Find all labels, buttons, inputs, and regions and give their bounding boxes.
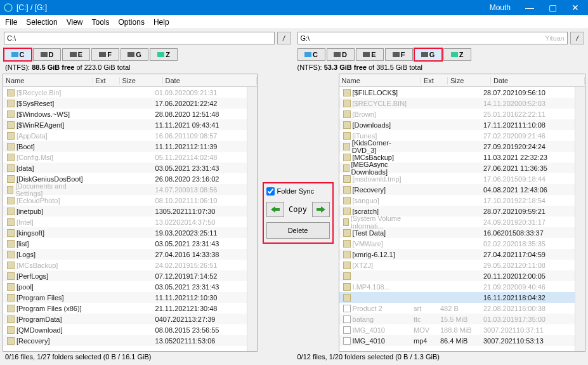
list-row[interactable]: [VMWare]02.02.202018:35:35 xyxy=(339,238,575,249)
right-drive-c[interactable]: C xyxy=(297,48,325,61)
list-row[interactable]: [Brown]25.01.201622:22:11 xyxy=(339,109,575,119)
right-file-list[interactable]: [$FILELOCK$]28.07.202109:56:10[$RECYCLE.… xyxy=(339,87,575,351)
folder-sync-checkbox[interactable]: Folder Sync xyxy=(266,187,330,196)
list-row[interactable]: [QMDownload]08.08.2015 23:56:55 xyxy=(3,324,247,335)
left-path-input[interactable]: C:\ xyxy=(4,32,275,44)
left-drive-z[interactable]: Z xyxy=(150,48,178,61)
right-drive-f[interactable]: F xyxy=(385,48,413,61)
left-drive-g[interactable]: G xyxy=(121,48,148,61)
list-row[interactable]: [Recovery]04.08.2021 12:43:06 xyxy=(339,184,575,195)
list-row[interactable]: [inetpub]1305.202111:07:30 xyxy=(3,206,247,216)
list-row[interactable]: [PerfLogs]07.12.201917:14:52 xyxy=(3,270,247,281)
list-row[interactable]: [EcloudPhoto]08.10.202111:06:10 xyxy=(3,195,247,206)
right-scrollbar[interactable] xyxy=(575,87,585,351)
file-date: 17.11.202111:10:08 xyxy=(481,121,575,129)
menu-help[interactable]: Help xyxy=(154,18,169,27)
list-row[interactable]: [$RECYCLE.BIN]14.11.202000:52:03 xyxy=(339,98,575,109)
list-row[interactable]: [Intel]13.02202014:37:50 xyxy=(3,216,247,227)
left-header-name[interactable]: Name xyxy=(3,77,93,84)
file-name: [list] xyxy=(16,240,29,248)
list-row[interactable]: [pool]03.05.2021 23:31:43 xyxy=(3,281,247,292)
list-row[interactable]: [XTZJ]29.05.202120:11:08 xyxy=(339,260,575,270)
maximize-button[interactable]: ▢ xyxy=(544,3,561,13)
menu-options[interactable]: Options xyxy=(119,18,145,27)
menu-tools[interactable]: Tools xyxy=(92,18,110,27)
left-header-date[interactable]: Date xyxy=(163,77,257,84)
list-row[interactable]: 16.11.202118:04:32 xyxy=(339,292,575,303)
right-header-size[interactable]: Size xyxy=(448,77,491,84)
right-drive-e[interactable]: E xyxy=(356,48,384,61)
list-row[interactable]: [Program Files (x86)]21.11.202121:30:48 xyxy=(3,303,247,314)
list-row[interactable]: [list]03.05.2021 23:31:43 xyxy=(3,238,247,249)
list-row[interactable]: [ProgramData]0407.202113:27:39 xyxy=(3,314,247,324)
right-path-input[interactable]: G:\ Yituan xyxy=(297,32,568,44)
list-row[interactable]: [Config.Msi]05.11.202114:02:48 xyxy=(3,152,247,163)
file-name: [pool] xyxy=(16,283,34,291)
right-header-ext[interactable]: Ext xyxy=(421,77,448,84)
list-row[interactable]: [$Recycle.Bin]01.09.202009:21:31 xyxy=(3,87,247,98)
left-drive-e[interactable]: E xyxy=(62,48,90,61)
left-root-button[interactable]: / xyxy=(277,32,291,44)
delete-button[interactable]: Delete xyxy=(266,222,330,239)
file-name: [Recovery] xyxy=(353,186,386,194)
list-row[interactable]: I.MP4.108...21.09.202009:40:46 xyxy=(339,281,575,292)
file-date: 07.12.201917:14:52 xyxy=(153,272,247,280)
list-row[interactable]: [kingsoft]19.03.202023:25:11 xyxy=(3,227,247,238)
right-status: 0/12 files, 1/20 folders selected (0 B /… xyxy=(297,353,584,361)
list-row[interactable]: [MCsBackup]24.02.201915:26:51 xyxy=(3,260,247,270)
menu-selection[interactable]: Selection xyxy=(26,18,57,27)
right-root-button[interactable]: / xyxy=(570,32,584,44)
right-drive-g[interactable]: G xyxy=(414,48,442,61)
file-date: 21.09.202009:40:46 xyxy=(481,283,575,291)
list-row[interactable]: [sanguo]17.10.201922:18:54 xyxy=(339,195,575,206)
list-row[interactable]: [$WinREAgent]11.11.2021 09:43:41 xyxy=(3,119,247,130)
list-row[interactable]: Product 2srt482 B22.08.202116:00:38 xyxy=(339,303,575,314)
file-ext: mp4 xyxy=(411,337,438,345)
list-row[interactable]: [data]03.05.2021 23:31:43 xyxy=(3,163,247,173)
list-row[interactable]: [Program Files]11.11.202112:10:30 xyxy=(3,292,247,303)
minimize-button[interactable]: — xyxy=(521,3,539,13)
list-row[interactable]: [xmrig-6.12.1]27.04.202117:04:59 xyxy=(339,249,575,260)
right-drive-z[interactable]: Z xyxy=(443,48,471,61)
copy-left-button[interactable] xyxy=(266,202,284,217)
menu-view[interactable]: View xyxy=(67,18,83,27)
left-scrollbar[interactable] xyxy=(247,87,257,351)
list-row[interactable]: [Recovery]13.05202111:53:06 xyxy=(3,335,247,346)
list-row[interactable]: [KidsCorner-DVD_3]27.09.201920:24:24 xyxy=(339,141,575,152)
list-row[interactable]: [Documents and Settings]14.07.200913:08:… xyxy=(3,184,247,195)
list-row[interactable]: batangttc15.5 MiB01.03.201917:35:00 xyxy=(339,314,575,324)
list-row[interactable]: [$Windows.~WS]28.08.2020 12:51:48 xyxy=(3,109,247,119)
list-row[interactable]: [AppData]16.06.201109:08:57 xyxy=(3,130,247,141)
list-row[interactable]: [$SysReset]17.06.202021:22:42 xyxy=(3,98,247,109)
drive-icon xyxy=(70,52,77,57)
list-row[interactable]: [msdownld.tmp]17.06.201509:18:44 xyxy=(339,173,575,184)
list-row[interactable]: IMG_4010mp486.4 MiB3007.202110:53:13 xyxy=(339,335,575,346)
right-header-name[interactable]: Name xyxy=(339,77,421,84)
folder-icon xyxy=(343,143,350,150)
left-header-ext[interactable]: Ext xyxy=(93,77,120,84)
folder-sync-input[interactable] xyxy=(266,187,275,196)
left-status: 0/16 files, 1/27 folders selected (0 B /… xyxy=(5,353,291,361)
right-header-date[interactable]: Date xyxy=(491,77,585,84)
file-name: [Documents and Settings] xyxy=(15,182,82,197)
right-drive-d[interactable]: D xyxy=(327,48,355,61)
left-header-size[interactable]: Size xyxy=(120,77,163,84)
list-row[interactable]: 20.11.202012:00:05 xyxy=(339,270,575,281)
copy-label: Copy xyxy=(289,205,307,214)
left-drive-f[interactable]: F xyxy=(91,48,119,61)
list-row[interactable]: [System Volume Informati...24.09.201920:… xyxy=(339,216,575,227)
list-row[interactable]: [MEGAsync Downloads]27.06.2021 11:36:35 xyxy=(339,163,575,173)
left-drive-c[interactable]: C xyxy=(4,48,32,61)
list-row[interactable]: [Test Data]16.06201508:33:37 xyxy=(339,227,575,238)
list-row[interactable]: [Downloads]17.11.202111:10:08 xyxy=(339,119,575,130)
list-row[interactable]: [$FILELOCK$]28.07.202109:56:10 xyxy=(339,87,575,98)
list-row[interactable]: [Boot]11.11.202112:11:39 xyxy=(3,141,247,152)
left-file-list[interactable]: [$Recycle.Bin]01.09.202009:21:31[$SysRes… xyxy=(3,87,247,351)
file-name: [msdownld.tmp] xyxy=(353,175,402,183)
close-button[interactable]: ✕ xyxy=(566,3,584,13)
list-row[interactable]: IMG_4010MOV188.8 MiB3007.202110:37:11 xyxy=(339,324,575,335)
list-row[interactable]: [Logs]27.04.2016 14:33:38 xyxy=(3,249,247,260)
menu-file[interactable]: File xyxy=(5,18,17,27)
left-drive-d[interactable]: D xyxy=(33,48,61,61)
copy-right-button[interactable] xyxy=(312,202,330,217)
